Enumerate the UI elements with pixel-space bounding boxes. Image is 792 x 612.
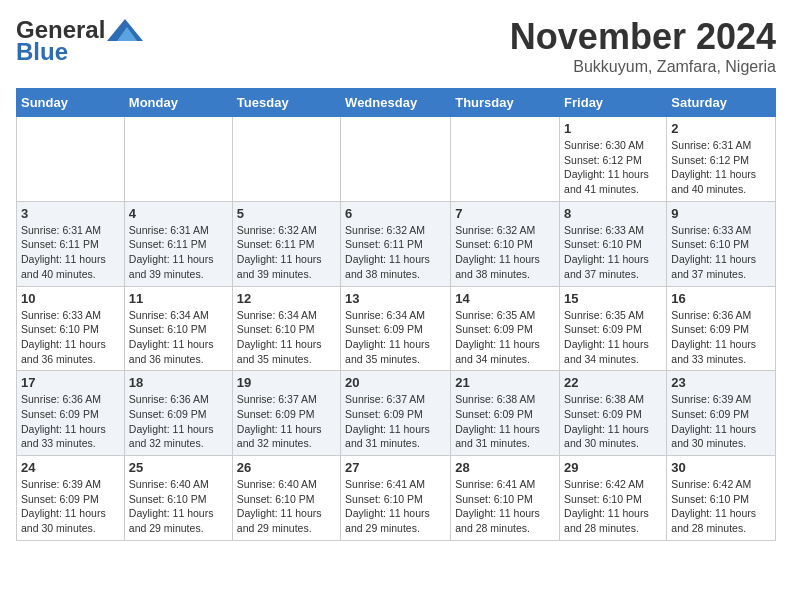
- day-info: Sunrise: 6:42 AMSunset: 6:10 PMDaylight:…: [671, 477, 771, 536]
- calendar-cell: 13Sunrise: 6:34 AMSunset: 6:09 PMDayligh…: [341, 286, 451, 371]
- day-number: 10: [21, 291, 120, 306]
- calendar-cell: 7Sunrise: 6:32 AMSunset: 6:10 PMDaylight…: [451, 201, 560, 286]
- day-info: Sunrise: 6:38 AMSunset: 6:09 PMDaylight:…: [455, 392, 555, 451]
- calendar-cell: [451, 117, 560, 202]
- location: Bukkuyum, Zamfara, Nigeria: [510, 58, 776, 76]
- day-info: Sunrise: 6:33 AMSunset: 6:10 PMDaylight:…: [21, 308, 120, 367]
- day-number: 7: [455, 206, 555, 221]
- calendar-cell: 3Sunrise: 6:31 AMSunset: 6:11 PMDaylight…: [17, 201, 125, 286]
- day-info: Sunrise: 6:33 AMSunset: 6:10 PMDaylight:…: [564, 223, 662, 282]
- day-number: 28: [455, 460, 555, 475]
- calendar-cell: 16Sunrise: 6:36 AMSunset: 6:09 PMDayligh…: [667, 286, 776, 371]
- day-info: Sunrise: 6:36 AMSunset: 6:09 PMDaylight:…: [21, 392, 120, 451]
- day-info: Sunrise: 6:40 AMSunset: 6:10 PMDaylight:…: [237, 477, 336, 536]
- day-number: 8: [564, 206, 662, 221]
- day-number: 24: [21, 460, 120, 475]
- weekday-header-thursday: Thursday: [451, 89, 560, 117]
- week-row-4: 17Sunrise: 6:36 AMSunset: 6:09 PMDayligh…: [17, 371, 776, 456]
- calendar-cell: 19Sunrise: 6:37 AMSunset: 6:09 PMDayligh…: [232, 371, 340, 456]
- day-number: 5: [237, 206, 336, 221]
- calendar-cell: 6Sunrise: 6:32 AMSunset: 6:11 PMDaylight…: [341, 201, 451, 286]
- day-number: 23: [671, 375, 771, 390]
- day-number: 15: [564, 291, 662, 306]
- week-row-3: 10Sunrise: 6:33 AMSunset: 6:10 PMDayligh…: [17, 286, 776, 371]
- calendar-cell: [124, 117, 232, 202]
- calendar-cell: 5Sunrise: 6:32 AMSunset: 6:11 PMDaylight…: [232, 201, 340, 286]
- calendar-cell: 20Sunrise: 6:37 AMSunset: 6:09 PMDayligh…: [341, 371, 451, 456]
- day-number: 1: [564, 121, 662, 136]
- day-info: Sunrise: 6:37 AMSunset: 6:09 PMDaylight:…: [345, 392, 446, 451]
- day-number: 20: [345, 375, 446, 390]
- calendar-table: SundayMondayTuesdayWednesdayThursdayFrid…: [16, 88, 776, 541]
- day-number: 25: [129, 460, 228, 475]
- calendar-cell: 4Sunrise: 6:31 AMSunset: 6:11 PMDaylight…: [124, 201, 232, 286]
- week-row-1: 1Sunrise: 6:30 AMSunset: 6:12 PMDaylight…: [17, 117, 776, 202]
- day-info: Sunrise: 6:34 AMSunset: 6:10 PMDaylight:…: [129, 308, 228, 367]
- calendar-header-row: SundayMondayTuesdayWednesdayThursdayFrid…: [17, 89, 776, 117]
- day-number: 21: [455, 375, 555, 390]
- day-info: Sunrise: 6:32 AMSunset: 6:11 PMDaylight:…: [345, 223, 446, 282]
- calendar-cell: 17Sunrise: 6:36 AMSunset: 6:09 PMDayligh…: [17, 371, 125, 456]
- calendar-cell: [17, 117, 125, 202]
- calendar-cell: 24Sunrise: 6:39 AMSunset: 6:09 PMDayligh…: [17, 456, 125, 541]
- day-number: 17: [21, 375, 120, 390]
- calendar-cell: 8Sunrise: 6:33 AMSunset: 6:10 PMDaylight…: [560, 201, 667, 286]
- day-info: Sunrise: 6:41 AMSunset: 6:10 PMDaylight:…: [455, 477, 555, 536]
- weekday-header-sunday: Sunday: [17, 89, 125, 117]
- day-number: 29: [564, 460, 662, 475]
- month-title: November 2024: [510, 16, 776, 58]
- page-header: General Blue November 2024 Bukkuyum, Zam…: [16, 16, 776, 76]
- title-block: November 2024 Bukkuyum, Zamfara, Nigeria: [510, 16, 776, 76]
- day-number: 30: [671, 460, 771, 475]
- calendar-cell: 14Sunrise: 6:35 AMSunset: 6:09 PMDayligh…: [451, 286, 560, 371]
- day-number: 22: [564, 375, 662, 390]
- day-number: 14: [455, 291, 555, 306]
- day-info: Sunrise: 6:39 AMSunset: 6:09 PMDaylight:…: [671, 392, 771, 451]
- day-info: Sunrise: 6:35 AMSunset: 6:09 PMDaylight:…: [564, 308, 662, 367]
- calendar-cell: 1Sunrise: 6:30 AMSunset: 6:12 PMDaylight…: [560, 117, 667, 202]
- day-number: 27: [345, 460, 446, 475]
- calendar-cell: 10Sunrise: 6:33 AMSunset: 6:10 PMDayligh…: [17, 286, 125, 371]
- day-info: Sunrise: 6:41 AMSunset: 6:10 PMDaylight:…: [345, 477, 446, 536]
- calendar-cell: 23Sunrise: 6:39 AMSunset: 6:09 PMDayligh…: [667, 371, 776, 456]
- calendar-cell: 29Sunrise: 6:42 AMSunset: 6:10 PMDayligh…: [560, 456, 667, 541]
- day-number: 6: [345, 206, 446, 221]
- week-row-2: 3Sunrise: 6:31 AMSunset: 6:11 PMDaylight…: [17, 201, 776, 286]
- day-info: Sunrise: 6:31 AMSunset: 6:12 PMDaylight:…: [671, 138, 771, 197]
- logo-blue: Blue: [16, 38, 68, 66]
- day-number: 18: [129, 375, 228, 390]
- day-number: 11: [129, 291, 228, 306]
- day-number: 19: [237, 375, 336, 390]
- calendar-cell: 12Sunrise: 6:34 AMSunset: 6:10 PMDayligh…: [232, 286, 340, 371]
- day-info: Sunrise: 6:31 AMSunset: 6:11 PMDaylight:…: [21, 223, 120, 282]
- calendar-cell: 27Sunrise: 6:41 AMSunset: 6:10 PMDayligh…: [341, 456, 451, 541]
- day-number: 13: [345, 291, 446, 306]
- calendar-cell: [341, 117, 451, 202]
- day-info: Sunrise: 6:36 AMSunset: 6:09 PMDaylight:…: [671, 308, 771, 367]
- calendar-cell: [232, 117, 340, 202]
- day-number: 4: [129, 206, 228, 221]
- day-info: Sunrise: 6:38 AMSunset: 6:09 PMDaylight:…: [564, 392, 662, 451]
- day-info: Sunrise: 6:33 AMSunset: 6:10 PMDaylight:…: [671, 223, 771, 282]
- calendar-cell: 9Sunrise: 6:33 AMSunset: 6:10 PMDaylight…: [667, 201, 776, 286]
- day-info: Sunrise: 6:31 AMSunset: 6:11 PMDaylight:…: [129, 223, 228, 282]
- day-info: Sunrise: 6:42 AMSunset: 6:10 PMDaylight:…: [564, 477, 662, 536]
- calendar-cell: 11Sunrise: 6:34 AMSunset: 6:10 PMDayligh…: [124, 286, 232, 371]
- calendar-cell: 25Sunrise: 6:40 AMSunset: 6:10 PMDayligh…: [124, 456, 232, 541]
- calendar-cell: 21Sunrise: 6:38 AMSunset: 6:09 PMDayligh…: [451, 371, 560, 456]
- day-info: Sunrise: 6:37 AMSunset: 6:09 PMDaylight:…: [237, 392, 336, 451]
- day-info: Sunrise: 6:39 AMSunset: 6:09 PMDaylight:…: [21, 477, 120, 536]
- calendar-cell: 15Sunrise: 6:35 AMSunset: 6:09 PMDayligh…: [560, 286, 667, 371]
- day-info: Sunrise: 6:34 AMSunset: 6:09 PMDaylight:…: [345, 308, 446, 367]
- day-info: Sunrise: 6:32 AMSunset: 6:11 PMDaylight:…: [237, 223, 336, 282]
- weekday-header-wednesday: Wednesday: [341, 89, 451, 117]
- calendar-cell: 22Sunrise: 6:38 AMSunset: 6:09 PMDayligh…: [560, 371, 667, 456]
- day-info: Sunrise: 6:35 AMSunset: 6:09 PMDaylight:…: [455, 308, 555, 367]
- day-info: Sunrise: 6:36 AMSunset: 6:09 PMDaylight:…: [129, 392, 228, 451]
- day-number: 9: [671, 206, 771, 221]
- day-info: Sunrise: 6:40 AMSunset: 6:10 PMDaylight:…: [129, 477, 228, 536]
- weekday-header-monday: Monday: [124, 89, 232, 117]
- day-number: 26: [237, 460, 336, 475]
- day-info: Sunrise: 6:34 AMSunset: 6:10 PMDaylight:…: [237, 308, 336, 367]
- week-row-5: 24Sunrise: 6:39 AMSunset: 6:09 PMDayligh…: [17, 456, 776, 541]
